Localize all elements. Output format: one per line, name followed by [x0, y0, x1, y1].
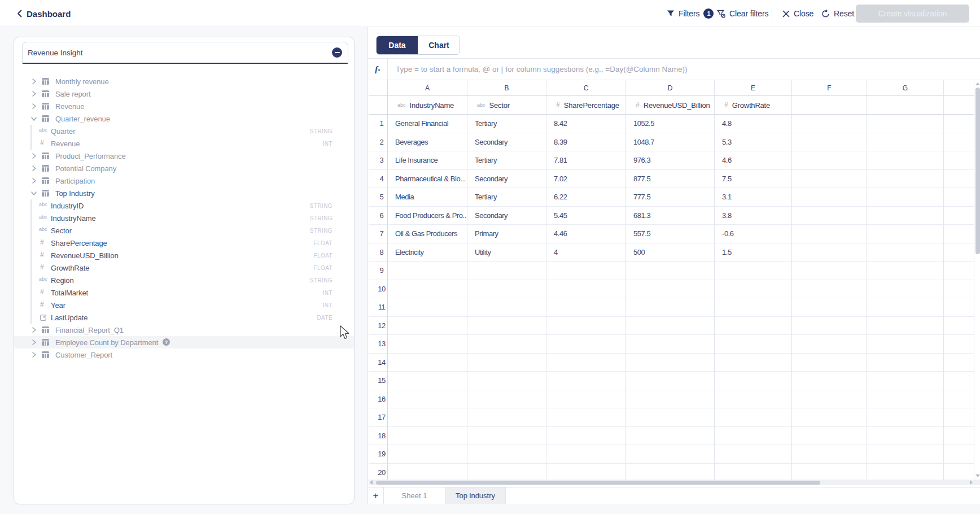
grid-cell[interactable]: [546, 427, 626, 446]
tree-table-row[interactable]: Revenue: [14, 100, 354, 112]
grid-cell[interactable]: [792, 354, 867, 372]
grid-cell[interactable]: [867, 115, 944, 133]
grid-cell[interactable]: [944, 207, 974, 225]
grid-cell[interactable]: [792, 408, 867, 427]
row-number[interactable]: 6: [369, 207, 388, 225]
grid-cell[interactable]: Utility: [467, 243, 546, 262]
close-button[interactable]: Close: [782, 0, 813, 27]
grid-cell[interactable]: [867, 335, 944, 354]
back-to-dashboard[interactable]: Dashboard: [17, 0, 71, 27]
formula-input[interactable]: Type = to start a formula, @ or [ for co…: [388, 65, 688, 73]
grid-cell[interactable]: [467, 280, 546, 299]
grid-cell[interactable]: [867, 280, 944, 299]
grid-cell[interactable]: 8.39: [546, 133, 626, 152]
chevron-right-icon[interactable]: [30, 152, 38, 160]
field-header-cell[interactable]: #RevenueUSD_Billion: [626, 96, 715, 115]
grid-cell[interactable]: [388, 390, 467, 409]
chevron-right-icon[interactable]: [30, 177, 38, 185]
grid-cell[interactable]: 3.8: [715, 207, 792, 225]
grid-cell[interactable]: 4.46: [546, 225, 626, 243]
grid-cell[interactable]: [867, 464, 944, 480]
grid-cell[interactable]: [388, 445, 467, 464]
tree-field-row[interactable]: #SharePercentageFLOAT: [14, 237, 354, 249]
grid-cell[interactable]: [715, 262, 792, 280]
grid-cell[interactable]: 557.5: [626, 225, 715, 243]
grid-cell[interactable]: [715, 298, 792, 317]
grid-cell[interactable]: -0.6: [715, 225, 792, 243]
row-number[interactable]: 15: [369, 372, 388, 390]
grid-cell[interactable]: Secondary: [467, 170, 546, 189]
grid-cell[interactable]: [546, 262, 626, 280]
grid-cell[interactable]: [792, 262, 867, 280]
grid-cell[interactable]: [546, 464, 626, 480]
row-number[interactable]: 16: [369, 390, 388, 409]
grid-cell[interactable]: [715, 372, 792, 390]
grid-cell[interactable]: [867, 151, 944, 170]
grid-cell[interactable]: [944, 170, 974, 189]
grid-cell[interactable]: Media: [388, 188, 467, 207]
grid-cell[interactable]: [792, 243, 867, 262]
scroll-right-icon[interactable]: [970, 480, 973, 485]
tree-field-row[interactable]: abcSectorSTRING: [14, 224, 354, 237]
grid-cell[interactable]: [715, 427, 792, 446]
grid-cell[interactable]: Beverages: [388, 133, 467, 152]
grid-cell[interactable]: [715, 335, 792, 354]
row-number[interactable]: 19: [369, 445, 388, 464]
row-number[interactable]: 17: [369, 408, 388, 427]
grid-cell[interactable]: [388, 464, 467, 480]
scroll-down-icon[interactable]: [975, 474, 980, 477]
grid-cell[interactable]: [388, 408, 467, 427]
grid-cell[interactable]: [715, 354, 792, 372]
grid-cell[interactable]: [944, 427, 974, 446]
tree-table-row[interactable]: Employee Count by Department?: [14, 336, 354, 349]
tree-field-row[interactable]: #TotalMarketINT: [14, 286, 354, 299]
horizontal-scrollbar-thumb[interactable]: [376, 481, 820, 485]
row-number[interactable]: 10: [369, 280, 388, 299]
grid-cell[interactable]: [626, 408, 715, 427]
chevron-down-icon[interactable]: [30, 189, 38, 197]
row-number[interactable]: 14: [369, 354, 388, 372]
row-number[interactable]: 7: [369, 225, 388, 243]
chevron-right-icon[interactable]: [30, 338, 38, 346]
grid-cell[interactable]: [467, 408, 546, 427]
tree-table-row[interactable]: Customer_Report: [14, 349, 354, 361]
grid-cell[interactable]: [715, 390, 792, 409]
grid-cell[interactable]: Food Producers & Pro...: [388, 207, 467, 225]
chevron-right-icon[interactable]: [30, 77, 38, 85]
grid-cell[interactable]: [792, 115, 867, 133]
tree-field-row[interactable]: #GrowthRateFLOAT: [14, 262, 354, 274]
grid-cell[interactable]: 7.02: [546, 170, 626, 189]
grid-cell[interactable]: [626, 262, 715, 280]
grid-cell[interactable]: 4.6: [715, 151, 792, 170]
grid-cell[interactable]: [715, 317, 792, 336]
tree-table-row[interactable]: Financial_Report_Q1: [14, 324, 354, 336]
grid-cell[interactable]: Pharmaceutical & Bio...: [388, 170, 467, 189]
grid-cell[interactable]: [546, 445, 626, 464]
grid-cell[interactable]: [944, 133, 974, 152]
grid-cell[interactable]: [467, 317, 546, 336]
grid-cell[interactable]: [546, 335, 626, 354]
grid-cell[interactable]: 500: [626, 243, 715, 262]
column-letter[interactable]: B: [467, 80, 546, 96]
tree-field-row[interactable]: #RevenueUSD_BillionFLOAT: [14, 249, 354, 262]
grid-cell[interactable]: [867, 262, 944, 280]
field-header-cell[interactable]: #SharePercentage: [546, 96, 626, 115]
tree-field-row[interactable]: #RevenueINT: [14, 137, 354, 150]
grid-cell[interactable]: [792, 335, 867, 354]
grid-cell[interactable]: [944, 372, 974, 390]
field-header-cell[interactable]: abcIndustryName: [388, 96, 467, 115]
grid-cell[interactable]: 3.1: [715, 188, 792, 207]
chevron-right-icon[interactable]: [30, 351, 38, 359]
grid-cell[interactable]: 4.8: [715, 115, 792, 133]
grid-cell[interactable]: [546, 280, 626, 299]
column-letter[interactable]: C: [546, 80, 626, 96]
tree-table-row[interactable]: Top Industry: [14, 187, 354, 199]
field-header-empty[interactable]: [369, 96, 388, 115]
row-number[interactable]: 9: [369, 262, 388, 280]
row-number[interactable]: 2: [369, 133, 388, 152]
grid-cell[interactable]: [867, 354, 944, 372]
column-letter[interactable]: A: [388, 80, 467, 96]
grid-cell[interactable]: [626, 372, 715, 390]
grid-cell[interactable]: [792, 298, 867, 317]
grid-cell[interactable]: 8.42: [546, 115, 626, 133]
